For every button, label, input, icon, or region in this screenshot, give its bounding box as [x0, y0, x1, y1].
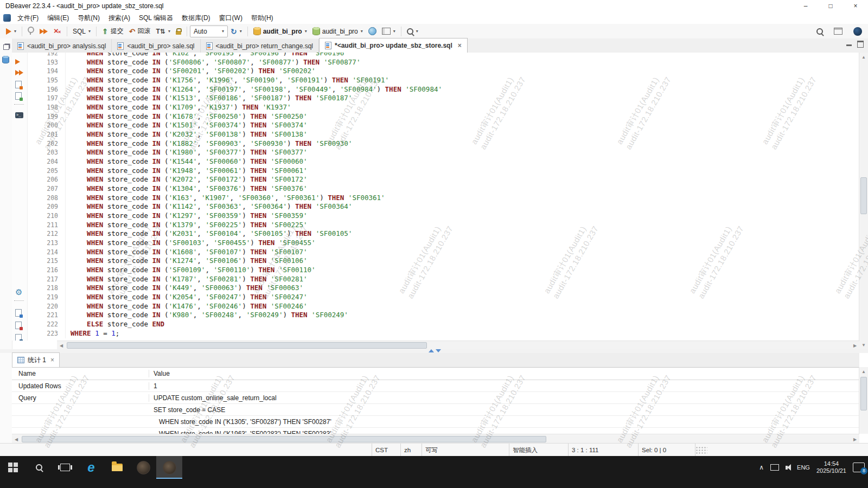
- results-row[interactable]: Updated Rows1: [12, 380, 859, 392]
- toolbar-search-button[interactable]: ▾: [404, 27, 421, 36]
- menu-item-5[interactable]: 数据库(D): [177, 12, 215, 24]
- quick-access-search-icon[interactable]: [814, 27, 826, 36]
- execute-script-icon[interactable]: [15, 69, 24, 76]
- rollback-button[interactable]: 回滚: [126, 25, 154, 37]
- menu-item-7[interactable]: 帮助(H): [247, 12, 278, 24]
- editor-tab-2[interactable]: <audit_bi_pro> sale.sql: [112, 39, 200, 53]
- menu-item-6[interactable]: 窗口(W): [215, 12, 247, 24]
- statusbar: CSTzh可写智能插入3 : 1 : 111Sel: 0 | 0: [0, 443, 868, 457]
- scroll-right-icon[interactable]: ▶: [851, 341, 859, 350]
- scroll-up-icon[interactable]: ▲: [859, 367, 868, 376]
- results-row[interactable]: SET store_code = CASE: [12, 404, 859, 416]
- menu-item-4[interactable]: SQL 编辑器: [135, 12, 177, 24]
- tab-label: <audit_bi_pro> analysis.sql: [27, 42, 106, 50]
- results-row[interactable]: WHEN store_code IN ('K1305', 'SF00287') …: [12, 416, 859, 428]
- scroll-right-icon[interactable]: ▶: [851, 435, 859, 444]
- results-column-header-name[interactable]: Name: [12, 370, 149, 377]
- network-profile-icon[interactable]: [366, 26, 379, 36]
- input-language-indicator[interactable]: ENG: [797, 464, 810, 471]
- editor-tab-1[interactable]: <audit_bi_pro> analysis.sql: [12, 39, 112, 53]
- code-text: WHERE 1 = 1;: [71, 329, 119, 338]
- statistics-tab[interactable]: 统计 1 ×: [12, 352, 60, 367]
- collapse-up-icon[interactable]: [429, 349, 434, 352]
- dropdown-arrow-icon: ▾: [393, 29, 395, 34]
- results-horizontal-scrollbar[interactable]: ◀ ▶: [12, 434, 859, 444]
- output-panel-dropdown[interactable]: ▾: [379, 27, 398, 36]
- scroll-up-icon[interactable]: ▲: [859, 53, 868, 61]
- sql-language-dropdown[interactable]: SQL▾: [70, 27, 93, 36]
- menu-item-2[interactable]: 导航(N): [73, 12, 104, 24]
- file-explorer-button[interactable]: [104, 456, 130, 479]
- editor-tab-3[interactable]: <audit_bi_pro> return_change.sql: [201, 39, 319, 53]
- editor-vertical-scrollbar[interactable]: ▲ ▼: [859, 53, 868, 349]
- scrollbar-thumb[interactable]: [67, 342, 427, 349]
- edge-button[interactable]: [78, 456, 104, 479]
- device-icon[interactable]: [770, 464, 779, 471]
- start-button[interactable]: [0, 456, 26, 479]
- database-navigator-icon[interactable]: [2, 56, 9, 63]
- scroll-left-icon[interactable]: ◀: [12, 435, 21, 444]
- scroll-left-icon[interactable]: ◀: [57, 341, 66, 350]
- maximize-button[interactable]: □: [818, 0, 843, 12]
- execute-sql-statement-button[interactable]: ▾: [3, 27, 19, 36]
- collapse-down-icon[interactable]: [436, 349, 441, 352]
- pin-editor-button[interactable]: [25, 25, 37, 37]
- script-file-icon[interactable]: [15, 92, 22, 100]
- scroll-down-icon[interactable]: ▼: [859, 341, 868, 349]
- execute-statement-icon[interactable]: [15, 59, 20, 65]
- tab-close-icon[interactable]: ×: [50, 356, 54, 364]
- close-button[interactable]: ×: [843, 0, 868, 12]
- scrollbar-thumb[interactable]: [860, 177, 867, 214]
- menu-item-3[interactable]: 搜索(A): [104, 12, 135, 24]
- gear-icon[interactable]: [15, 288, 22, 297]
- commit-button[interactable]: 提交: [99, 25, 126, 37]
- save-to-database-icon[interactable]: [15, 334, 22, 341]
- minimize-editor-icon[interactable]: [846, 44, 852, 46]
- minimize-button[interactable]: –: [793, 0, 818, 12]
- code-lines: 192 WHEN store_code IN ('K162', 'SF00195…: [28, 53, 859, 338]
- transaction-mode-dropdown[interactable]: ▾: [154, 27, 173, 36]
- results-column-header-value[interactable]: Value: [149, 370, 859, 377]
- code-line: 200 WHEN store_code IN ('K1501', 'SF0037…: [28, 121, 859, 130]
- taskbar-clock[interactable]: 14:54 2025/10/21: [816, 460, 846, 474]
- dbeaver-taskbar-button[interactable]: [156, 456, 182, 479]
- action-center-icon[interactable]: 8: [853, 463, 865, 472]
- console-icon[interactable]: [15, 112, 23, 118]
- results-vertical-scrollbar[interactable]: ▲: [859, 367, 868, 434]
- terminate-statement-button[interactable]: [51, 27, 64, 36]
- maximize-editor-icon[interactable]: [857, 41, 864, 48]
- active-datasource-combo[interactable]: audit_bi_pro▾: [251, 26, 310, 36]
- save-script-icon[interactable]: [15, 322, 22, 329]
- sash-handle[interactable]: [429, 349, 441, 352]
- editor-horizontal-scrollbar[interactable]: ◀ ▶: [57, 341, 859, 350]
- editor-results-sash[interactable]: [0, 349, 868, 353]
- menu-item-0[interactable]: 文件(F): [13, 12, 43, 24]
- code-text: WHEN store_code IN ('K1264', 'SF00197', …: [71, 85, 442, 94]
- editor-tab-4[interactable]: *<audit_bi_pro> update_sbz_store.sql×: [319, 38, 468, 53]
- dbeaver-badge-icon[interactable]: [851, 26, 865, 37]
- edit-script-icon[interactable]: [15, 81, 22, 88]
- app-window-button[interactable]: [130, 456, 156, 479]
- scrollbar-thumb[interactable]: [22, 436, 546, 442]
- notification-badge: 8: [860, 467, 867, 474]
- connection-lock-icon[interactable]: [173, 27, 184, 36]
- restore-view-icon[interactable]: [3, 44, 9, 50]
- task-view-button[interactable]: [52, 456, 78, 479]
- code-line: 197 WHEN store_code IN ('K1513', 'SF0018…: [28, 94, 859, 103]
- perspective-toggle-icon[interactable]: [831, 27, 845, 36]
- auto-refresh-dropdown[interactable]: ▾: [228, 26, 245, 37]
- chevron-up-icon[interactable]: [759, 464, 764, 471]
- scrollbar-thumb[interactable]: [860, 377, 867, 410]
- results-row[interactable]: QueryUPDATE custom_online_sale_return_lo…: [12, 392, 859, 404]
- line-number: 197: [28, 94, 66, 103]
- tab-close-icon[interactable]: ×: [458, 42, 462, 49]
- load-script-icon[interactable]: [15, 309, 22, 317]
- code-view[interactable]: 192 WHEN store_code IN ('K162', 'SF00195…: [28, 53, 859, 341]
- commit-mode-select[interactable]: Auto▾: [190, 25, 228, 37]
- taskbar-search-button[interactable]: [26, 456, 52, 479]
- active-schema-combo[interactable]: audit_bi_pro▾: [310, 26, 366, 36]
- menu-item-1[interactable]: 编辑(E): [43, 12, 73, 24]
- speaker-icon[interactable]: [786, 466, 788, 470]
- sql-editor[interactable]: 192 WHEN store_code IN ('K162', 'SF00195…: [12, 53, 859, 341]
- execute-sql-script-button[interactable]: [37, 27, 51, 36]
